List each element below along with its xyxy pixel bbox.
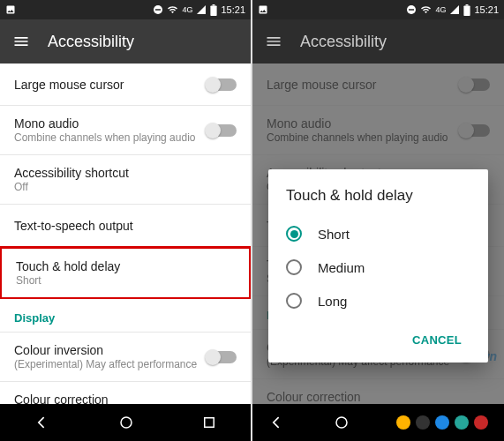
svg-rect-8 (464, 5, 470, 16)
dot-1[interactable] (396, 415, 410, 430)
row-touch-hold-delay[interactable]: Touch & hold delay Short (0, 246, 251, 300)
nav-bar (252, 404, 504, 441)
radio-label: Short (318, 227, 350, 242)
svg-rect-5 (205, 418, 214, 428)
phone-left: 4G 15:21 Accessibility Large mouse curso… (0, 0, 251, 441)
radio-option-medium[interactable]: Medium (286, 250, 470, 284)
page-title: Accessibility (48, 33, 134, 51)
section-display: Display (0, 299, 251, 333)
menu-icon[interactable] (12, 33, 30, 50)
network-label: 4G (435, 5, 446, 14)
radio-option-long[interactable]: Long (286, 284, 470, 318)
cancel-button[interactable]: CANCEL (403, 326, 470, 354)
clock: 15:21 (221, 4, 245, 15)
dialog-title: Touch & hold delay (286, 187, 470, 205)
switch-mono-audio[interactable] (207, 124, 237, 137)
signal-icon (449, 4, 460, 15)
wifi-icon (420, 4, 432, 15)
label: Text-to-speech output (14, 219, 133, 233)
sublabel: Off (14, 181, 129, 193)
radio-icon (286, 226, 302, 242)
label: Accessibility shortcut (14, 166, 129, 180)
radio-label: Medium (318, 260, 365, 275)
label: Colour correction (14, 392, 109, 404)
row-accessibility-shortcut[interactable]: Accessibility shortcut Off (0, 155, 251, 205)
sublabel: Combine channels when playing audio (14, 131, 195, 144)
svg-rect-9 (466, 4, 469, 5)
nav-bar (0, 404, 251, 441)
page-title: Accessibility (300, 33, 387, 51)
label: Large mouse cursor (14, 78, 124, 92)
radio-label: Long (318, 294, 347, 309)
signal-icon (196, 4, 207, 15)
row-colour-correction[interactable]: Colour correction Off (0, 382, 251, 404)
app-bar: Accessibility (252, 19, 504, 64)
svg-rect-1 (155, 9, 161, 11)
radio-option-short[interactable]: Short (286, 217, 470, 250)
clock: 15:21 (474, 4, 499, 15)
dot-3[interactable] (435, 415, 449, 430)
dot-5[interactable] (474, 415, 488, 430)
svg-point-10 (336, 417, 347, 428)
status-bar: 4G 15:21 (0, 0, 251, 19)
picture-icon (5, 4, 16, 15)
row-colour-inversion[interactable]: Colour inversion (Experimental) May affe… (0, 333, 251, 382)
dnd-icon (406, 4, 417, 15)
svg-point-4 (121, 417, 132, 428)
battery-icon (210, 4, 217, 16)
svg-rect-2 (211, 5, 217, 16)
dnd-icon (153, 4, 163, 15)
svg-rect-3 (213, 4, 215, 5)
app-bar: Accessibility (0, 19, 251, 64)
dialog-actions: CANCEL (286, 326, 470, 354)
recent-button[interactable] (201, 415, 217, 430)
back-button[interactable] (34, 414, 51, 431)
back-button[interactable] (268, 414, 286, 431)
dot-2[interactable] (416, 415, 430, 430)
settings-list: Large mouse cursor Mono audio Combine ch… (252, 64, 504, 404)
dot-4[interactable] (455, 415, 469, 430)
svg-rect-7 (409, 9, 414, 11)
sublabel: (Experimental) May affect performance (14, 358, 197, 370)
menu-icon[interactable] (265, 33, 282, 50)
settings-list: Large mouse cursor Mono audio Combine ch… (0, 64, 251, 404)
picture-icon (258, 4, 268, 15)
home-button[interactable] (118, 415, 134, 430)
network-label: 4G (182, 5, 192, 14)
label: Colour inversion (14, 343, 197, 357)
sublabel: Short (16, 274, 120, 287)
label: Mono audio (14, 116, 195, 131)
switch-colour-inversion[interactable] (207, 351, 237, 363)
color-palette (396, 415, 488, 430)
wifi-icon (167, 4, 178, 15)
phone-right: 4G 15:21 Accessibility Large mouse curso… (252, 0, 504, 441)
radio-icon (286, 293, 302, 309)
label: Touch & hold delay (16, 259, 120, 273)
radio-icon (286, 259, 302, 275)
switch-large-mouse[interactable] (207, 78, 237, 91)
row-mono-audio[interactable]: Mono audio Combine channels when playing… (0, 106, 251, 155)
battery-icon (463, 4, 470, 16)
row-text-to-speech[interactable]: Text-to-speech output (0, 205, 251, 247)
row-large-mouse-cursor[interactable]: Large mouse cursor (0, 64, 251, 106)
home-button[interactable] (334, 415, 350, 430)
status-bar: 4G 15:21 (252, 0, 504, 19)
touch-hold-dialog: Touch & hold delay Short Medium Long CAN… (268, 169, 488, 363)
